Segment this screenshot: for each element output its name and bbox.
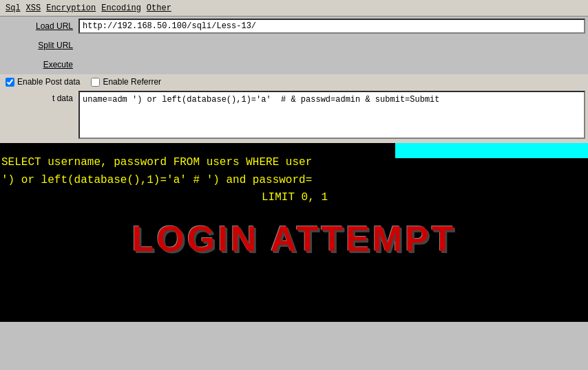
top-toolbar: Sql XSS Encryption Encoding Other [0,0,588,17]
tab-encoding[interactable]: Encoding [101,3,141,13]
tab-xss[interactable]: XSS [26,3,41,13]
cyan-bar [395,143,588,158]
post-data-input[interactable] [78,91,585,139]
enable-referrer-checkbox[interactable] [91,78,100,87]
load-url-label[interactable]: Load URL [3,21,78,31]
tab-other[interactable]: Other [147,3,171,13]
enable-referrer-checkbox-label[interactable]: Enable Referrer [91,77,161,87]
split-url-row: Split URL [0,36,588,55]
enable-post-checkbox[interactable] [6,78,14,87]
execute-label[interactable]: Execute [3,60,78,69]
post-data-label: t data [3,91,78,103]
load-url-input[interactable] [78,19,585,34]
checkbox-row: Enable Post data Enable Referrer [0,74,588,89]
login-attempt-text: LOGIN ATTEMPT [0,218,588,259]
post-data-row: t data [0,89,588,140]
tab-sql[interactable]: Sql [6,3,21,13]
enable-post-label: Enable Post data [17,77,80,87]
enable-referrer-label: Enable Referrer [103,77,161,87]
output-area: SELECT username, password FROM users WHE… [0,143,588,322]
split-url-label[interactable]: Split URL [3,41,78,50]
sql-line-2: ') or left(database(),1)='a' # ') and pa… [0,172,588,190]
tab-encryption[interactable]: Encryption [46,3,96,13]
enable-post-checkbox-label[interactable]: Enable Post data [6,77,80,87]
sql-line-3: LIMIT 0, 1 [0,189,588,207]
execute-row: Execute [0,55,588,74]
load-url-row: Load URL [0,17,588,36]
